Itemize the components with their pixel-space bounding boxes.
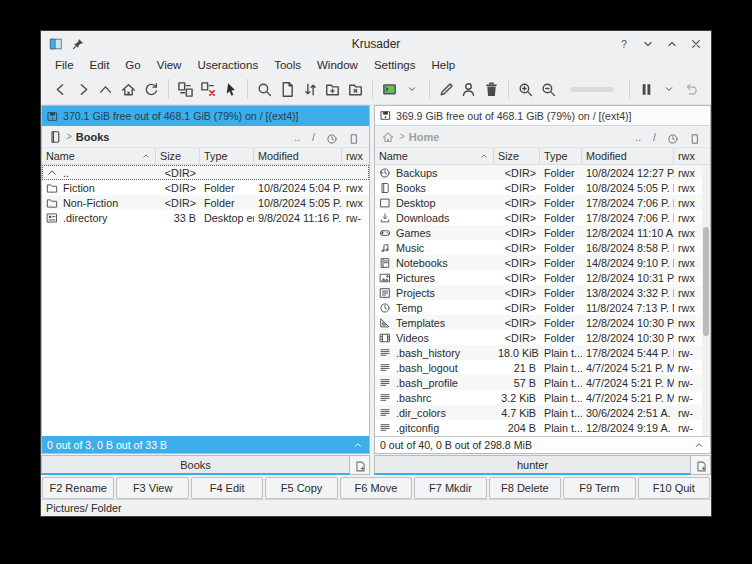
column-header-type[interactable]: Type (540, 148, 582, 164)
chevron-up-icon[interactable] (352, 439, 364, 451)
back-icon[interactable] (49, 78, 72, 101)
file-row-templates[interactable]: Templates<DIR>Folder12/8/2024 10:30 P. M… (375, 315, 710, 330)
undo-icon[interactable] (680, 78, 703, 101)
help-icon[interactable]: ? (617, 37, 631, 51)
menu-view[interactable]: View (149, 59, 190, 71)
history-icon[interactable] (667, 131, 679, 143)
book-icon[interactable] (48, 130, 62, 144)
file-row-[interactable]: ..<DIR> (42, 165, 369, 180)
bookmark-icon[interactable] (348, 131, 360, 143)
home-icon[interactable] (117, 78, 140, 101)
file-row-non-fiction[interactable]: Non-Fiction<DIR>Folder10/8/2024 5:05 P. … (42, 195, 369, 210)
user-icon[interactable] (458, 78, 481, 101)
column-header-name[interactable]: Name (42, 148, 156, 164)
file-row-bash-logout[interactable]: .bash_logout21 BPlain t...4/7/2024 5:21 … (375, 360, 710, 375)
file-row-temp[interactable]: Temp<DIR>Folder11/8/2024 7:13 P. M.rwx (375, 300, 710, 315)
pin-icon[interactable] (71, 37, 85, 51)
maximize-icon[interactable] (665, 37, 679, 51)
column-header-rwx[interactable]: rwx (674, 148, 701, 164)
file-row-notebooks[interactable]: Notebooks<DIR>Folder14/8/2024 9:10 P. M.… (375, 255, 710, 270)
scrollbar-thumb[interactable] (703, 227, 709, 335)
menu-edit[interactable]: Edit (82, 59, 118, 71)
f4-edit-button[interactable]: F4 Edit (191, 477, 263, 499)
chevron-down-icon[interactable] (401, 78, 424, 101)
column-header-size[interactable]: Size (494, 148, 540, 164)
file-row-books[interactable]: Books<DIR>Folder10/8/2024 5:05 P. M.rwx (375, 180, 710, 195)
menu-help[interactable]: Help (423, 59, 463, 71)
new-file-icon[interactable] (276, 78, 299, 101)
menu-file[interactable]: File (47, 59, 82, 71)
column-header-rwx[interactable]: rwx (342, 148, 369, 164)
app-icon[interactable] (49, 37, 63, 51)
right-media-bar[interactable]: 369.9 GiB free out of 468.1 GiB (79%) on… (375, 106, 710, 126)
bookmark-icon[interactable] (689, 131, 701, 143)
zoom-out-icon[interactable] (537, 78, 560, 101)
file-row-directory[interactable]: .directory33 BDesktop en...9/8/2024 11:1… (42, 210, 369, 225)
file-row-desktop[interactable]: Desktop<DIR>Folder17/8/2024 7:06 P. M.rw… (375, 195, 710, 210)
new-tab-button[interactable] (350, 455, 370, 475)
file-row-bashrc[interactable]: .bashrc3.2 KiBPlain t...4/7/2024 5:21 P.… (375, 390, 710, 405)
f5-copy-button[interactable]: F5 Copy (265, 477, 337, 499)
f8-delete-button[interactable]: F8 Delete (489, 477, 561, 499)
breadcrumb-folder[interactable]: Home (409, 131, 440, 143)
zoom-in-icon[interactable] (514, 78, 537, 101)
new-tab-button[interactable] (691, 455, 711, 475)
menu-tools[interactable]: Tools (266, 59, 309, 71)
file-row-projects[interactable]: Projects<DIR>Folder13/8/2024 3:32 P. M.r… (375, 285, 710, 300)
trash-icon[interactable] (480, 78, 503, 101)
home-icon[interactable] (381, 130, 395, 144)
close-icon[interactable] (689, 37, 703, 51)
file-row-dir-colors[interactable]: .dir_colors4.7 KiBPlain t...30/6/2024 2:… (375, 405, 710, 420)
file-row-fiction[interactable]: Fiction<DIR>Folder10/8/2024 5:04 P. M.rw… (42, 180, 369, 195)
f10-quit-button[interactable]: F10 Quit (638, 477, 710, 499)
shade-icon[interactable] (641, 37, 655, 51)
tab-books[interactable]: Books (41, 455, 350, 475)
breadcrumb-folder[interactable]: Books (76, 131, 110, 143)
titlebar[interactable]: Krusader ? (41, 31, 711, 56)
reload-icon[interactable] (140, 78, 163, 101)
f6-move-button[interactable]: F6 Move (340, 477, 412, 499)
column-header-modified[interactable]: Modified (254, 148, 342, 164)
history-icon[interactable] (326, 131, 338, 143)
close-tab-icon[interactable] (344, 78, 367, 101)
file-row-bash-history[interactable]: .bash_history18.0 KiBPlain t...17/8/2024… (375, 345, 710, 360)
column-header-name[interactable]: Name (375, 148, 494, 164)
search-icon[interactable] (253, 78, 276, 101)
f3-view-button[interactable]: F3 View (116, 477, 188, 499)
up-dir-button[interactable]: .. (290, 131, 304, 143)
pause-icon[interactable] (635, 78, 658, 101)
pointer-icon[interactable] (219, 78, 242, 101)
chevron-down-icon[interactable] (657, 78, 680, 101)
left-media-bar[interactable]: 370.1 GiB free out of 468.1 GiB (79%) on… (42, 106, 369, 126)
file-row-pictures[interactable]: Pictures<DIR>Folder12/8/2024 10:31 P. M.… (375, 270, 710, 285)
column-header-modified[interactable]: Modified (582, 148, 674, 164)
edit-icon[interactable] (435, 78, 458, 101)
menu-settings[interactable]: Settings (366, 59, 424, 71)
swap-panels-icon[interactable] (299, 78, 322, 101)
file-row-videos[interactable]: Videos<DIR>Folder12/8/2024 10:30 P. M.rw… (375, 330, 710, 345)
terminal-icon[interactable] (378, 78, 401, 101)
f9-term-button[interactable]: F9 Term (563, 477, 635, 499)
column-header-size[interactable]: Size (156, 148, 200, 164)
compare-dirs-close-icon[interactable] (197, 78, 220, 101)
f7-mkdir-button[interactable]: F7 Mkdir (414, 477, 486, 499)
file-row-bash-profile[interactable]: .bash_profile57 BPlain t...4/7/2024 5:21… (375, 375, 710, 390)
menu-window[interactable]: Window (309, 59, 366, 71)
scrollbar[interactable] (702, 165, 710, 436)
f2-rename-button[interactable]: F2 Rename (42, 477, 114, 499)
file-row-games[interactable]: Games<DIR>Folder12/8/2024 11:10 A. M.rwx (375, 225, 710, 240)
file-row-music[interactable]: Music<DIR>Folder16/8/2024 8:58 P. M.rwx (375, 240, 710, 255)
root-dir-button[interactable]: / (649, 131, 660, 143)
menu-useractions[interactable]: Useractions (189, 59, 266, 71)
up-icon[interactable] (95, 78, 118, 101)
media-slider[interactable] (570, 87, 614, 92)
tab-hunter[interactable]: hunter (374, 455, 691, 475)
column-header-type[interactable]: Type (200, 148, 254, 164)
forward-icon[interactable] (72, 78, 95, 101)
file-row-backups[interactable]: Backups<DIR>Folder10/8/2024 12:27 P. M.r… (375, 165, 710, 180)
menu-go[interactable]: Go (117, 59, 148, 71)
chevron-up-icon[interactable] (693, 439, 705, 451)
file-row-downloads[interactable]: Downloads<DIR>Folder17/8/2024 7:06 P. M.… (375, 210, 710, 225)
file-row-gitconfig[interactable]: .gitconfig204 BPlain t...12/8/2024 9:19 … (375, 420, 710, 435)
up-dir-button[interactable]: .. (631, 131, 645, 143)
